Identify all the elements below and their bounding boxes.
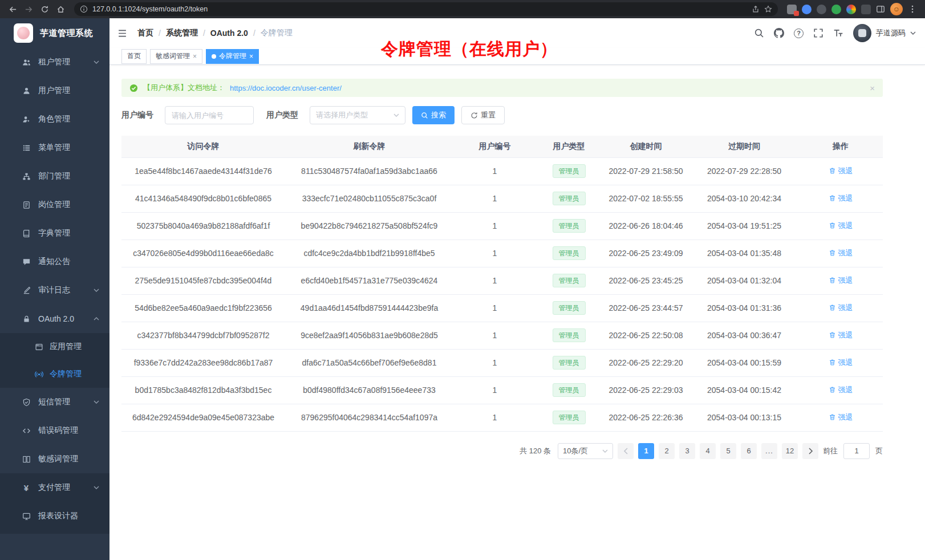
force-logout-button[interactable]: 强退: [829, 330, 853, 340]
user-menu[interactable]: 芋道源码: [853, 24, 916, 42]
page-button-1[interactable]: 1: [638, 443, 654, 459]
breadcrumb-item[interactable]: 系统管理: [166, 28, 198, 38]
force-logout-button[interactable]: 强退: [829, 248, 853, 258]
user-avatar: [853, 24, 871, 42]
sidebar-item-payment[interactable]: ¥ 支付管理: [0, 473, 109, 502]
browser-back-icon[interactable]: [6, 2, 19, 16]
next-page-button[interactable]: [802, 443, 818, 459]
prev-page-button[interactable]: [618, 443, 634, 459]
sidebar-fold-icon[interactable]: [117, 29, 127, 38]
extension-icon-4[interactable]: [831, 5, 841, 14]
sidebar-item-sensitive-words[interactable]: 敏感词管理: [0, 445, 109, 473]
audit-icon: [22, 286, 31, 295]
sidebar-item-menu[interactable]: 菜单管理: [0, 133, 109, 162]
page-button-12[interactable]: 12: [782, 443, 798, 459]
access-token-cell: c347026e805e4d99b0d116eae66eda8c: [121, 240, 285, 267]
goto-page-input[interactable]: [843, 443, 870, 459]
page-button-6[interactable]: 6: [741, 443, 757, 459]
extension-icon-5[interactable]: [846, 5, 856, 14]
token-table-body: 1ea5e44f8bc1467aaede43144f31de76 811c530…: [121, 157, 883, 431]
sidebar-item-label: 敏感词管理: [38, 454, 99, 464]
sidebar-item-dict[interactable]: 字典管理: [0, 219, 109, 247]
created-time-cell: 2022-06-25 23:45:25: [602, 267, 690, 294]
sidebar-item-post[interactable]: 岗位管理: [0, 190, 109, 219]
sidebar-item-user[interactable]: 用户管理: [0, 76, 109, 105]
browser-forward-icon[interactable]: [22, 2, 35, 16]
fullscreen-icon[interactable]: [813, 28, 823, 38]
page-button-5[interactable]: 5: [720, 443, 736, 459]
force-logout-label: 强退: [838, 275, 853, 286]
force-logout-button[interactable]: 强退: [829, 193, 853, 204]
page-button-2[interactable]: 2: [659, 443, 675, 459]
browser-reload-icon[interactable]: [38, 2, 51, 16]
page-size-select[interactable]: 10条/页: [558, 443, 613, 459]
action-cell: 强退: [798, 185, 883, 212]
force-logout-button[interactable]: 强退: [829, 412, 853, 423]
force-logout-button[interactable]: 强退: [829, 275, 853, 286]
yen-glyph: ¥: [24, 483, 29, 493]
sidebar-item-report-designer[interactable]: 报表设计器: [0, 502, 109, 530]
breadcrumb-item[interactable]: OAuth 2.0: [210, 29, 248, 38]
share-icon[interactable]: [752, 5, 760, 13]
page-button-3[interactable]: 3: [679, 443, 695, 459]
extension-icon-2[interactable]: [802, 5, 812, 14]
search-button-label: 搜索: [431, 110, 446, 120]
page-ellipsis-button[interactable]: ...: [761, 443, 777, 459]
browser-home-icon[interactable]: [54, 2, 67, 16]
screen: 127.0.0.1:1024/system/oauth2/token ☺ 芋道管…: [0, 0, 925, 560]
force-logout-button[interactable]: 强退: [829, 303, 853, 313]
sidebar-subitem-token[interactable]: 令牌管理: [0, 360, 109, 388]
extension-icon-6[interactable]: [861, 5, 871, 14]
tab-home[interactable]: 首页: [121, 49, 147, 64]
token-table: 访问令牌 刷新令牌 用户编号 用户类型 创建时间 过期时间 操作: [121, 136, 883, 432]
doc-link[interactable]: https://doc.iocoder.cn/user-center/: [230, 84, 342, 92]
sidebar-item-tenant[interactable]: 租户管理: [0, 48, 109, 76]
sidebar-item-sms[interactable]: 短信管理: [0, 388, 109, 416]
user-id-input[interactable]: [165, 106, 254, 124]
tab-sensitive-words[interactable]: 敏感词管理 ×: [150, 49, 202, 64]
app-logo-row[interactable]: 芋道管理系统: [0, 18, 109, 48]
sidebar-item-label: 租户管理: [38, 57, 94, 67]
search-icon[interactable]: [754, 28, 764, 38]
url-text[interactable]: 127.0.0.1:1024/system/oauth2/token: [92, 5, 747, 13]
browser-profile-avatar[interactable]: ☺: [890, 3, 903, 15]
tab-token[interactable]: 令牌管理 ×: [206, 49, 259, 64]
bookmark-star-icon[interactable]: [764, 5, 772, 13]
pagination-total: 共 120 条: [520, 446, 551, 456]
reset-button[interactable]: 重置: [461, 106, 505, 124]
force-logout-button[interactable]: 强退: [829, 358, 853, 368]
address-bar[interactable]: 127.0.0.1:1024/system/oauth2/token: [74, 2, 778, 16]
force-logout-label: 强退: [838, 330, 853, 340]
force-logout-button[interactable]: 强退: [829, 221, 853, 231]
site-info-icon[interactable]: [80, 5, 88, 13]
sidebar-item-dept[interactable]: 部门管理: [0, 162, 109, 190]
breadcrumb-item[interactable]: 首页: [137, 28, 153, 38]
sidebar-item-label: 岗位管理: [38, 200, 99, 210]
help-icon[interactable]: ?: [794, 29, 804, 38]
created-time-cell: 2022-06-25 23:49:09: [602, 240, 690, 267]
page-button-4[interactable]: 4: [700, 443, 716, 459]
sidebar-item-audit-log[interactable]: 审计日志: [0, 276, 109, 305]
extension-icon-3[interactable]: [817, 5, 826, 14]
search-button[interactable]: 搜索: [412, 106, 455, 124]
sidebar-item-label: 令牌管理: [50, 369, 109, 379]
close-icon[interactable]: ×: [193, 53, 197, 60]
close-icon[interactable]: ×: [249, 53, 253, 60]
force-logout-button[interactable]: 强退: [829, 166, 853, 176]
font-size-icon[interactable]: [833, 28, 843, 38]
sidebar-item-role[interactable]: 角色管理: [0, 105, 109, 133]
close-icon[interactable]: ×: [870, 83, 875, 93]
side-panel-icon[interactable]: [876, 5, 885, 14]
force-logout-button[interactable]: 强退: [829, 385, 853, 395]
sidebar-item-label: 用户管理: [38, 86, 99, 96]
sidebar-item-error-code[interactable]: 错误码管理: [0, 416, 109, 445]
browser-menu-icon[interactable]: [908, 5, 917, 14]
github-icon[interactable]: [774, 28, 784, 38]
access-token-cell: 275e5de9151045fe87cbdc395e004f4d: [121, 267, 285, 294]
extension-icon-1[interactable]: [787, 5, 797, 14]
sidebar-item-oauth[interactable]: OAuth 2.0: [0, 305, 109, 333]
sidebar-item-notice[interactable]: 通知公告: [0, 247, 109, 276]
user-type-select[interactable]: 请选择用户类型: [310, 106, 405, 124]
breadcrumb-item-current: 令牌管理: [261, 28, 293, 38]
sidebar-subitem-app[interactable]: 应用管理: [0, 333, 109, 360]
